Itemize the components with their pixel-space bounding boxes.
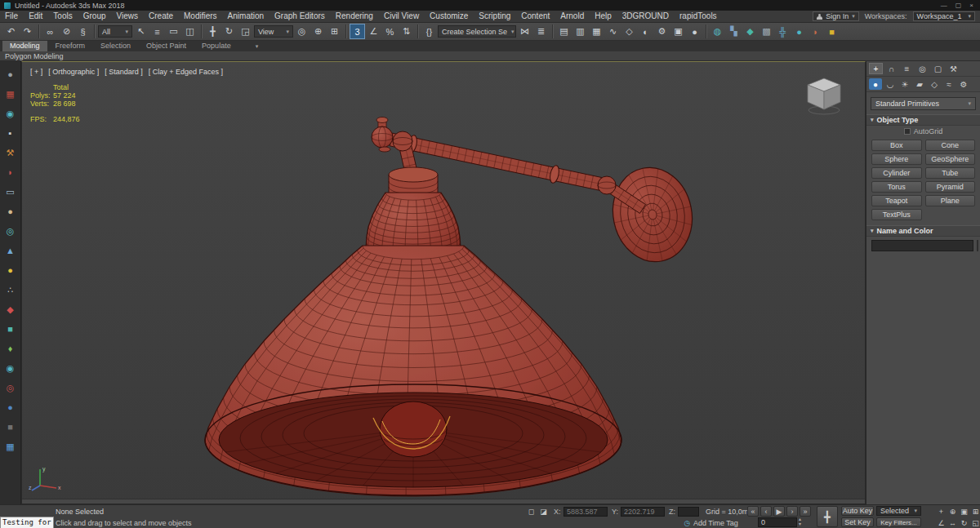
- shapes-category-icon[interactable]: ◡: [884, 78, 897, 90]
- custom-tool-8-icon[interactable]: ●: [3, 204, 18, 219]
- select-and-manipulate-icon[interactable]: ⊕: [310, 24, 326, 39]
- ribbon-tab[interactable]: Modeling: [2, 41, 47, 51]
- display-tab-icon[interactable]: ▢: [931, 63, 945, 74]
- x-coordinate-field[interactable]: 5883.587: [564, 507, 608, 517]
- play-button-icon[interactable]: ▶: [773, 506, 785, 517]
- orbit-icon[interactable]: ↻: [959, 517, 969, 528]
- frame-spinner[interactable]: ▴▾: [799, 517, 801, 526]
- pan-icon[interactable]: ↔: [947, 517, 958, 528]
- custom-tool-18-icon[interactable]: ●: [3, 400, 18, 415]
- ribbon-tab[interactable]: Freeform: [48, 41, 93, 51]
- percent-snap-icon[interactable]: %: [382, 24, 398, 39]
- select-by-name-icon[interactable]: ≡: [149, 24, 165, 39]
- primitive-button[interactable]: Box: [871, 140, 922, 151]
- selection-filter-dropdown[interactable]: All ▾: [98, 25, 132, 38]
- zoom-extents-all-icon[interactable]: ⊞: [970, 506, 980, 517]
- helpers-category-icon[interactable]: ◇: [928, 78, 941, 90]
- go-to-start-icon[interactable]: «: [747, 506, 759, 517]
- ribbon-tab[interactable]: Object Paint: [139, 41, 194, 51]
- menu-item[interactable]: Graph Editors: [270, 11, 330, 22]
- custom-tool-2-icon[interactable]: ▦: [3, 87, 18, 101]
- select-and-scale-icon[interactable]: ◲: [238, 24, 253, 39]
- menu-item[interactable]: Modifiers: [179, 11, 222, 22]
- custom-tool-13-icon[interactable]: ◆: [3, 302, 18, 317]
- scene-explorer-icon[interactable]: ▤: [556, 24, 572, 39]
- plugin-tool-8-icon[interactable]: ■: [824, 24, 840, 39]
- menu-item[interactable]: Rendering: [331, 11, 378, 22]
- menu-item[interactable]: File: [0, 11, 23, 22]
- select-object-icon[interactable]: ↖: [133, 24, 149, 39]
- menu-item[interactable]: Civil View: [379, 11, 424, 22]
- ribbon-tab[interactable]: Selection: [93, 41, 138, 51]
- custom-tool-14-icon[interactable]: ■: [3, 322, 18, 336]
- zoom-extents-icon[interactable]: ▣: [959, 506, 969, 517]
- selection-lock-icon[interactable]: ◪: [538, 506, 549, 517]
- maximize-button[interactable]: ▢: [956, 2, 962, 9]
- mirror-icon[interactable]: ⋈: [517, 24, 532, 39]
- close-button[interactable]: ×: [969, 2, 973, 9]
- plugin-tool-3-icon[interactable]: ◆: [742, 24, 758, 39]
- next-frame-icon[interactable]: ›: [786, 506, 798, 517]
- object-color-swatch[interactable]: [977, 240, 978, 251]
- fov-icon[interactable]: ∠: [936, 517, 947, 528]
- primitive-button[interactable]: GeoSphere: [925, 153, 976, 165]
- use-pivot-center-icon[interactable]: ◎: [294, 24, 310, 39]
- geometry-category-icon[interactable]: ●: [869, 78, 882, 90]
- custom-tool-20-icon[interactable]: ▦: [3, 439, 18, 454]
- motion-tab-icon[interactable]: ◎: [915, 63, 929, 74]
- add-time-tag[interactable]: Add Time Tag: [693, 519, 738, 527]
- custom-tool-19-icon[interactable]: ■: [3, 419, 18, 434]
- menu-item[interactable]: Scripting: [474, 11, 515, 22]
- primitive-button[interactable]: Torus: [871, 181, 922, 193]
- primitive-button[interactable]: Cylinder: [871, 167, 922, 179]
- go-to-end-icon[interactable]: »: [800, 506, 811, 517]
- isolate-selection-icon[interactable]: ◻: [526, 506, 537, 517]
- menu-item[interactable]: Arnold: [555, 11, 589, 22]
- viewport-pov-label[interactable]: [ Orthographic ]: [48, 68, 99, 76]
- custom-tool-4-icon[interactable]: ▪: [3, 126, 18, 140]
- autogrid-checkbox[interactable]: [904, 128, 911, 135]
- plugin-tool-1-icon[interactable]: ◍: [710, 24, 725, 39]
- layer-explorer-icon[interactable]: ▥: [572, 24, 588, 39]
- key-filters-button[interactable]: Key Filters...: [876, 517, 921, 527]
- menu-item[interactable]: Edit: [24, 11, 47, 22]
- curve-editor-icon[interactable]: ∿: [605, 24, 621, 39]
- undo-icon[interactable]: ↶: [3, 24, 19, 39]
- previous-frame-icon[interactable]: ‹: [760, 506, 772, 517]
- reference-coordinate-dropdown[interactable]: View ▾: [254, 25, 293, 38]
- zoom-icon[interactable]: +: [936, 506, 947, 517]
- workspace-dropdown[interactable]: Workspace_1 ▾: [913, 11, 975, 21]
- lights-category-icon[interactable]: ☀: [898, 78, 911, 90]
- menu-item[interactable]: rapidTools: [675, 11, 722, 22]
- custom-tool-15-icon[interactable]: ♦: [3, 341, 18, 356]
- key-set-dropdown[interactable]: Selected ▾: [876, 506, 921, 516]
- viewcube[interactable]: [801, 72, 847, 118]
- minimize-button[interactable]: —: [941, 2, 947, 9]
- ribbon-toggle-icon[interactable]: ▦: [589, 24, 604, 39]
- menu-item[interactable]: Animation: [223, 11, 269, 22]
- menu-item[interactable]: Customize: [425, 11, 473, 22]
- spinner-snap-icon[interactable]: ⇅: [399, 24, 414, 39]
- hierarchy-tab-icon[interactable]: ≡: [900, 63, 914, 74]
- menu-item[interactable]: Content: [516, 11, 555, 22]
- keyboard-override-icon[interactable]: ⊞: [327, 24, 342, 39]
- schematic-view-icon[interactable]: ◇: [621, 24, 637, 39]
- unlink-selection-icon[interactable]: ⊘: [59, 24, 74, 39]
- primitive-button[interactable]: Pyramid: [925, 181, 976, 193]
- primitive-button[interactable]: Cone: [925, 140, 976, 151]
- polygon-modeling-tab[interactable]: Polygon Modeling: [5, 52, 64, 60]
- z-coordinate-field[interactable]: [678, 507, 699, 517]
- select-and-move-icon[interactable]: ╋: [205, 24, 220, 39]
- track-bar[interactable]: [22, 499, 865, 504]
- select-and-link-icon[interactable]: ∞: [42, 24, 58, 39]
- menu-item[interactable]: Tools: [48, 11, 77, 22]
- modify-tab-icon[interactable]: ∩: [884, 63, 898, 74]
- cameras-category-icon[interactable]: ▰: [913, 78, 926, 90]
- material-editor-icon[interactable]: ◐: [638, 24, 653, 39]
- custom-tool-3-icon[interactable]: ◉: [3, 106, 18, 121]
- rect-selection-region-icon[interactable]: ▭: [166, 24, 181, 39]
- object-type-rollout[interactable]: ▾ Object Type: [866, 114, 980, 126]
- custom-tool-9-icon[interactable]: ◎: [3, 224, 18, 238]
- viewport-shading-label[interactable]: [ Clay + Edged Faces ]: [149, 68, 223, 76]
- plugin-tool-2-icon[interactable]: ▚: [726, 24, 742, 39]
